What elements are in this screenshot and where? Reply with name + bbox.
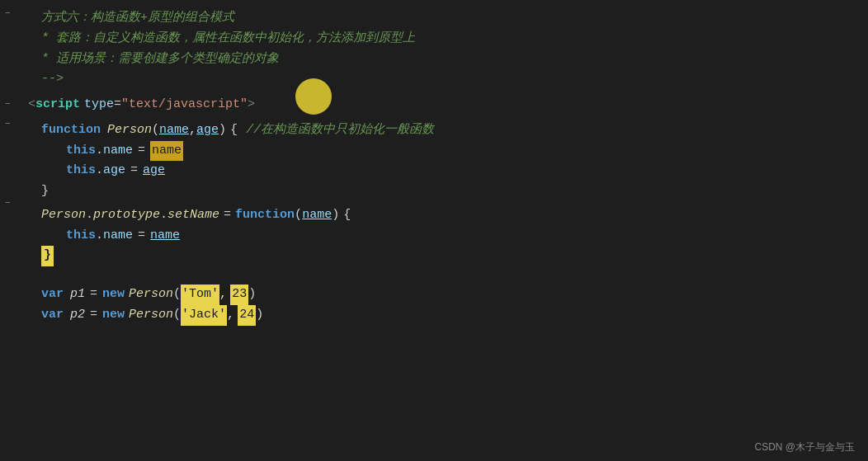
prop-age: age xyxy=(103,161,125,181)
tag-name-script: script xyxy=(35,95,80,115)
open-bracket: < xyxy=(28,95,35,115)
proto-close-paren: ) xyxy=(332,205,339,226)
editor-container: − − − − 方式六：构造函数+原型的组合模式 * 套路：自定义构造函数，属性… xyxy=(0,0,868,461)
code-area: − − − − 方式六：构造函数+原型的组合模式 * 套路：自定义构造函数，属性… xyxy=(0,0,868,334)
attr-type-key: type xyxy=(84,95,114,115)
comment-line2: * 适用场景：需要创建多个类型确定的对象 xyxy=(17,49,868,70)
p2-num-24: 24 xyxy=(238,305,256,326)
inline-comment: //在构造函数中只初始化一般函数 xyxy=(246,120,434,141)
p2-close-paren: ) xyxy=(256,305,263,326)
proto-this-kw: this xyxy=(66,226,96,247)
comment-title: 方式六：构造函数+原型的组合模式 xyxy=(17,8,868,29)
this-age-line: this.age = age xyxy=(17,161,868,181)
attr-type-val: "text/javascript" xyxy=(121,95,248,115)
new-kw-1: new xyxy=(102,285,125,305)
var-kw-2: var xyxy=(41,305,64,326)
proto-setname: setName xyxy=(167,205,219,226)
fn-person: Person xyxy=(107,120,152,141)
fold-indicator-prototype[interactable]: − xyxy=(5,198,11,208)
fold-indicator-comment[interactable]: − xyxy=(5,8,11,18)
p1-close-paren: ) xyxy=(248,285,256,305)
p2-var: p2 xyxy=(70,305,85,326)
param-age: age xyxy=(196,120,219,141)
eq-2: = xyxy=(130,161,138,181)
fold-indicator-function[interactable]: − xyxy=(5,119,11,129)
blank-line xyxy=(17,266,868,285)
attr-equals: = xyxy=(114,95,121,115)
param-name: name xyxy=(159,120,189,141)
close-bracket-script: > xyxy=(248,95,255,115)
proto-word: prototype xyxy=(93,205,160,226)
var-kw-1: var xyxy=(41,285,64,305)
close-brace-1: } xyxy=(41,181,49,202)
p1-person: Person xyxy=(129,285,173,305)
p2-eq: = xyxy=(90,305,97,326)
brace-open-1: { xyxy=(230,120,238,141)
prototype-line: Person.prototype.setName = function (nam… xyxy=(17,205,868,226)
p2-open-paren: ( xyxy=(173,305,181,326)
comment-line1: * 套路：自定义构造函数，属性在函数中初始化，方法添加到原型上 xyxy=(17,29,868,49)
proto-this-name-line: this.name = name xyxy=(17,226,868,247)
open-paren: ( xyxy=(152,120,159,141)
fold-indicator-script[interactable]: − xyxy=(5,99,11,109)
p2-person: Person xyxy=(129,305,173,326)
p1-eq: = xyxy=(90,285,97,305)
script-tag-line: <script type="text/javascript"> xyxy=(17,95,868,115)
proto-open-paren: ( xyxy=(295,205,302,226)
var-p1-line: var p1 = new Person ( 'Tom' , 23 ) xyxy=(17,285,868,305)
this-kw-2: this xyxy=(66,161,96,181)
close-paren: ) xyxy=(219,120,226,141)
p1-num-23: 23 xyxy=(230,285,248,305)
proto-person: Person xyxy=(41,205,86,226)
kw-function: function xyxy=(41,120,101,141)
proto-eq-2: = xyxy=(138,226,145,247)
proto-name-val: name xyxy=(150,226,180,247)
proto-brace-open: { xyxy=(343,205,351,226)
proto-param-name: name xyxy=(302,205,332,226)
name-val-highlighted: name xyxy=(150,141,183,162)
proto-eq: = xyxy=(224,205,231,226)
watermark: CSDN @木子与金与玉 xyxy=(754,440,855,454)
new-kw-2: new xyxy=(102,305,125,326)
eq-1: = xyxy=(138,141,145,162)
prop-name-1: name xyxy=(103,141,133,162)
comment-closing: --> xyxy=(17,69,868,90)
age-val: age xyxy=(143,161,165,181)
function-declaration-line: function Person (name, age) { //在构造函数中只初… xyxy=(17,120,868,141)
this-name-line: this.name = name xyxy=(17,141,868,162)
p1-open-paren: ( xyxy=(173,285,181,305)
kw-function-2: function xyxy=(235,205,295,226)
close-brace-2-highlighted: } xyxy=(41,246,54,266)
p1-string-tom: 'Tom' xyxy=(181,285,219,305)
p2-string-jack: 'Jack' xyxy=(181,305,227,326)
close-brace-2-line: } xyxy=(17,246,868,266)
proto-prop-name: name xyxy=(103,226,133,247)
this-kw-1: this xyxy=(66,141,96,162)
p1-var: p1 xyxy=(70,285,85,305)
var-p2-line: var p2 = new Person ( 'Jack' , 24 ) xyxy=(17,305,868,326)
close-brace-1-line: } xyxy=(17,181,868,202)
comment-block: 方式六：构造函数+原型的组合模式 * 套路：自定义构造函数，属性在函数中初始化，… xyxy=(17,8,868,90)
